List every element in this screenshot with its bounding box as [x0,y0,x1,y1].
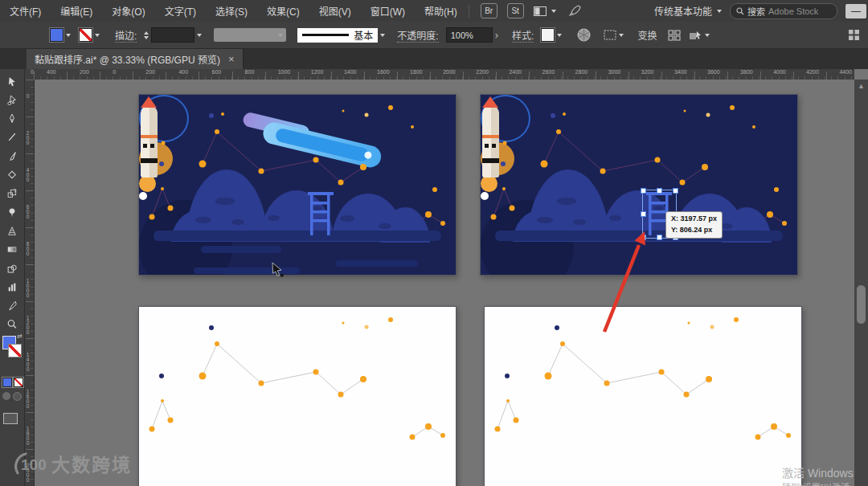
screen-mode-button[interactable] [3,413,18,424]
document-tab[interactable]: 黏贴跟排序.ai* @ 33.33% (RGB/GPU 预览) × [27,48,244,69]
pen-tool-icon [6,113,18,124]
stock-search-input[interactable]: 搜索 Adobe Stock [730,3,837,19]
paintbrush-tool[interactable] [2,147,22,165]
stroke-weight-stepper[interactable] [144,31,149,39]
hruler-label: 4200 [806,69,819,75]
menu-item-4[interactable]: 选择(S) [215,4,248,18]
stroke-color-swatch[interactable] [79,28,92,42]
line-tool[interactable] [2,129,22,146]
selection-handle[interactable] [657,188,662,194]
search-placeholder: Adobe Stock [768,6,818,16]
color-mode-button[interactable] [2,378,12,387]
scroll-up-icon[interactable]: ▲ [858,82,865,90]
menu-item-8[interactable]: 帮助(H) [424,4,457,18]
workspace-chevron-icon [717,10,722,13]
perspective-grid-tool[interactable] [2,222,22,239]
selection-handle[interactable] [641,211,646,217]
style-chevron-icon[interactable] [557,34,562,37]
scale-tool[interactable] [2,185,22,202]
canvas[interactable]: X: 3197.57 pxY: 806.24 px [34,80,854,486]
toolbar-fill-stroke[interactable]: ⇄ [2,336,23,368]
menu-item-7[interactable]: 窗口(W) [371,4,405,18]
arrange-documents-icon[interactable] [534,6,547,16]
workspace-switcher[interactable]: 传统基本功能 [654,4,722,18]
document-setup-chevron-icon[interactable] [619,34,624,37]
scale-tool-icon [6,188,18,198]
direct-selection-tool[interactable] [2,91,22,108]
selection-handle[interactable] [641,188,646,194]
ground-bar [495,231,783,241]
constellation-line [563,344,607,383]
style-label[interactable]: 样式: [512,28,534,43]
star-dot [432,187,437,192]
recolor-artwork-icon[interactable] [577,28,591,42]
scrollbar-thumb[interactable] [857,285,866,324]
ladder[interactable] [308,192,334,235]
brush-chevron-icon[interactable] [380,34,385,37]
zoom-tool[interactable] [2,316,22,333]
style-swatch[interactable] [541,28,555,42]
eraser-tool[interactable] [2,166,22,184]
cloud-spot [557,198,576,205]
selection-handle[interactable] [641,235,646,240]
align-icon[interactable] [668,30,681,41]
constellation-line [152,401,162,429]
star-dot [786,433,791,438]
stroke-chevron-icon[interactable] [95,34,100,37]
menu-item-5[interactable]: 效果(C) [267,4,300,18]
artboard-1[interactable] [138,94,457,276]
opacity-input[interactable]: 100% [446,27,493,43]
stroke-weight-input[interactable] [151,27,194,43]
artboard-3[interactable] [138,306,457,486]
horizontal-ruler[interactable]: 4002000200400600800100012001400160018002… [34,69,854,80]
bridge-button[interactable]: Br [481,3,497,18]
draw-normal-button[interactable] [2,392,10,400]
gpu-performance-icon[interactable] [569,5,581,17]
constellation-line [203,344,217,376]
brush-definition-dropdown[interactable]: 基本 [297,28,378,43]
opacity-label[interactable]: 不透明度: [397,28,438,43]
stock-button[interactable]: St [507,3,524,18]
shape-builder-tool[interactable] [2,259,22,277]
constellation-line [341,379,363,394]
menu-item-3[interactable]: 文字(T) [165,4,196,18]
pin-tool[interactable] [2,203,22,221]
hruler-label: 2600 [542,69,555,75]
minimize-button[interactable]: — [845,4,866,18]
vertical-scrollbar[interactable]: ▲ [854,80,868,486]
artboard-4[interactable] [484,306,802,486]
fill-color-swatch[interactable] [50,28,63,42]
star-dot [767,211,773,218]
close-tab-icon[interactable]: × [228,53,235,65]
selection-tool[interactable] [2,72,22,90]
draw-behind-button[interactable] [13,392,22,401]
gradient-tool[interactable] [2,241,22,259]
knife-tool[interactable] [2,297,22,315]
arrange-chevron-icon[interactable] [551,10,556,13]
stroke-weight-label[interactable]: 描边: [115,28,137,43]
menu-item-0[interactable]: 文件(F) [10,4,41,18]
pen-tool[interactable] [2,110,22,128]
panel-dock-icon[interactable] [848,29,860,41]
constellation-line [203,132,217,164]
menu-item-6[interactable]: 视图(V) [319,4,351,18]
menu-item-2[interactable]: 对象(O) [112,4,145,18]
document-setup-icon[interactable] [604,30,616,40]
swap-fill-stroke-icon[interactable]: ⇄ [17,333,23,340]
vertical-ruler[interactable]: 0200400600800100012001400160018002000220… [24,80,35,486]
isolate-selection-icon[interactable] [689,30,702,41]
opacity-menu-icon[interactable]: › [495,29,498,41]
artboard-2[interactable]: X: 3197.57 pxY: 806.24 px [480,94,798,276]
none-mode-button[interactable] [14,378,23,387]
ladder-part [310,219,330,223]
graph-tool[interactable] [2,278,22,296]
fill-chevron-icon[interactable] [66,34,71,37]
isolate-chevron-icon[interactable] [705,34,710,37]
toolbar-stroke-swatch[interactable] [8,344,22,357]
menu-item-1[interactable]: 编辑(E) [60,4,92,18]
constellation-line [508,401,516,420]
selection-handle[interactable] [657,235,662,240]
stroke-weight-chevron-icon[interactable] [197,34,202,37]
selection-handle[interactable] [673,188,678,194]
transform-button[interactable]: 变换 [637,28,657,42]
